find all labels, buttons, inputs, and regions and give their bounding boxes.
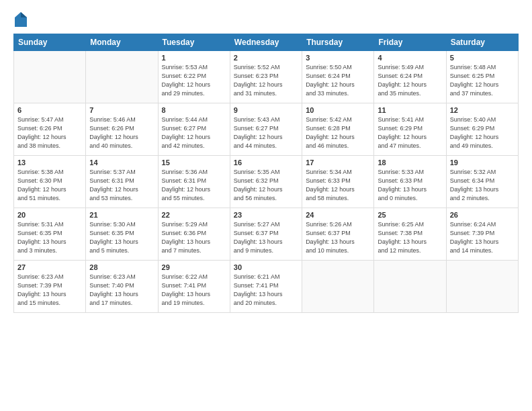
day-number: 15: [162, 158, 226, 167]
calendar-cell: 14Sunrise: 5:37 AM Sunset: 6:31 PM Dayli…: [86, 156, 158, 208]
day-number: 23: [234, 211, 298, 219]
calendar-cell: 12Sunrise: 5:40 AM Sunset: 6:29 PM Dayli…: [446, 103, 518, 156]
page: SundayMondayTuesdayWednesdayThursdayFrid…: [0, 0, 532, 411]
day-number: 25: [378, 211, 442, 219]
week-row-2: 6Sunrise: 5:47 AM Sunset: 6:26 PM Daylig…: [14, 103, 519, 156]
day-info: Sunrise: 5:48 AM Sunset: 6:25 PM Dayligh…: [450, 63, 515, 98]
day-info: Sunrise: 6:24 AM Sunset: 7:39 PM Dayligh…: [450, 220, 515, 255]
day-info: Sunrise: 5:42 AM Sunset: 6:28 PM Dayligh…: [306, 116, 370, 150]
week-row-1: 1Sunrise: 5:53 AM Sunset: 6:22 PM Daylig…: [14, 51, 519, 103]
calendar-cell: [446, 261, 518, 313]
calendar-cell: 17Sunrise: 5:34 AM Sunset: 6:33 PM Dayli…: [302, 156, 374, 208]
weekday-header-sunday: Sunday: [14, 34, 86, 51]
day-number: 4: [378, 54, 442, 62]
day-number: 12: [450, 106, 515, 114]
day-number: 17: [306, 158, 370, 167]
day-info: Sunrise: 5:36 AM Sunset: 6:31 PM Dayligh…: [162, 168, 226, 203]
day-number: 9: [234, 106, 298, 114]
calendar-cell: 21Sunrise: 5:30 AM Sunset: 6:35 PM Dayli…: [86, 208, 158, 261]
day-number: 3: [306, 54, 370, 62]
calendar-cell: 23Sunrise: 5:27 AM Sunset: 6:37 PM Dayli…: [230, 208, 302, 261]
day-info: Sunrise: 6:21 AM Sunset: 7:41 PM Dayligh…: [234, 273, 298, 308]
calendar-cell: 19Sunrise: 5:32 AM Sunset: 6:34 PM Dayli…: [446, 156, 518, 208]
calendar-cell: 2Sunrise: 5:52 AM Sunset: 6:23 PM Daylig…: [230, 51, 302, 103]
day-info: Sunrise: 5:40 AM Sunset: 6:29 PM Dayligh…: [450, 116, 515, 150]
weekday-header-tuesday: Tuesday: [158, 34, 230, 51]
day-number: 24: [306, 211, 370, 219]
day-info: Sunrise: 5:27 AM Sunset: 6:37 PM Dayligh…: [234, 220, 298, 255]
weekday-header-friday: Friday: [374, 34, 446, 51]
day-number: 14: [89, 158, 154, 167]
calendar-cell: 13Sunrise: 5:38 AM Sunset: 6:30 PM Dayli…: [14, 156, 86, 208]
day-number: 16: [234, 158, 298, 167]
day-info: Sunrise: 5:50 AM Sunset: 6:24 PM Dayligh…: [306, 63, 370, 98]
day-number: 19: [450, 158, 515, 167]
logo: [13, 12, 27, 27]
calendar-cell: [86, 51, 158, 103]
day-info: Sunrise: 5:34 AM Sunset: 6:33 PM Dayligh…: [306, 168, 370, 203]
day-info: Sunrise: 5:33 AM Sunset: 6:33 PM Dayligh…: [378, 168, 442, 203]
calendar-cell: 30Sunrise: 6:21 AM Sunset: 7:41 PM Dayli…: [230, 261, 302, 313]
calendar-cell: 9Sunrise: 5:43 AM Sunset: 6:27 PM Daylig…: [230, 103, 302, 156]
weekday-header-saturday: Saturday: [446, 34, 518, 51]
calendar-cell: 24Sunrise: 5:26 AM Sunset: 6:37 PM Dayli…: [302, 208, 374, 261]
calendar-cell: [374, 261, 446, 313]
day-number: 20: [17, 211, 82, 219]
calendar-cell: 8Sunrise: 5:44 AM Sunset: 6:27 PM Daylig…: [158, 103, 230, 156]
day-number: 30: [234, 263, 298, 271]
calendar-cell: 18Sunrise: 5:33 AM Sunset: 6:33 PM Dayli…: [374, 156, 446, 208]
day-number: 11: [378, 106, 442, 114]
day-info: Sunrise: 5:49 AM Sunset: 6:24 PM Dayligh…: [378, 63, 442, 98]
day-number: 18: [378, 158, 442, 167]
calendar-cell: 28Sunrise: 6:23 AM Sunset: 7:40 PM Dayli…: [86, 261, 158, 313]
day-info: Sunrise: 6:25 AM Sunset: 7:38 PM Dayligh…: [378, 220, 442, 255]
calendar-cell: [302, 261, 374, 313]
calendar-cell: 29Sunrise: 6:22 AM Sunset: 7:41 PM Dayli…: [158, 261, 230, 313]
day-number: 26: [450, 211, 515, 219]
calendar-cell: 15Sunrise: 5:36 AM Sunset: 6:31 PM Dayli…: [158, 156, 230, 208]
day-info: Sunrise: 5:32 AM Sunset: 6:34 PM Dayligh…: [450, 168, 515, 203]
calendar-table: SundayMondayTuesdayWednesdayThursdayFrid…: [13, 34, 519, 313]
day-number: 8: [162, 106, 226, 114]
day-info: Sunrise: 5:29 AM Sunset: 6:36 PM Dayligh…: [162, 220, 226, 255]
day-number: 28: [89, 263, 154, 271]
day-number: 10: [306, 106, 370, 114]
day-info: Sunrise: 5:31 AM Sunset: 6:35 PM Dayligh…: [17, 220, 82, 255]
day-info: Sunrise: 5:41 AM Sunset: 6:29 PM Dayligh…: [378, 116, 442, 150]
calendar-cell: 25Sunrise: 6:25 AM Sunset: 7:38 PM Dayli…: [374, 208, 446, 261]
day-info: Sunrise: 6:22 AM Sunset: 7:41 PM Dayligh…: [162, 273, 226, 308]
day-number: 7: [89, 106, 154, 114]
week-row-3: 13Sunrise: 5:38 AM Sunset: 6:30 PM Dayli…: [14, 156, 519, 208]
day-info: Sunrise: 5:26 AM Sunset: 6:37 PM Dayligh…: [306, 220, 370, 255]
svg-marker-1: [21, 12, 27, 17]
day-number: 1: [162, 54, 226, 62]
week-row-5: 27Sunrise: 6:23 AM Sunset: 7:39 PM Dayli…: [14, 261, 519, 313]
day-info: Sunrise: 6:23 AM Sunset: 7:40 PM Dayligh…: [89, 273, 154, 308]
calendar-cell: 3Sunrise: 5:50 AM Sunset: 6:24 PM Daylig…: [302, 51, 374, 103]
calendar-cell: 27Sunrise: 6:23 AM Sunset: 7:39 PM Dayli…: [14, 261, 86, 313]
calendar-cell: 11Sunrise: 5:41 AM Sunset: 6:29 PM Dayli…: [374, 103, 446, 156]
day-info: Sunrise: 5:35 AM Sunset: 6:32 PM Dayligh…: [234, 168, 298, 203]
calendar-cell: 1Sunrise: 5:53 AM Sunset: 6:22 PM Daylig…: [158, 51, 230, 103]
day-number: 22: [162, 211, 226, 219]
day-info: Sunrise: 6:23 AM Sunset: 7:39 PM Dayligh…: [17, 273, 82, 308]
weekday-header-thursday: Thursday: [302, 34, 374, 51]
day-number: 5: [450, 54, 515, 62]
day-info: Sunrise: 5:30 AM Sunset: 6:35 PM Dayligh…: [89, 220, 154, 255]
weekday-header-wednesday: Wednesday: [230, 34, 302, 51]
calendar-cell: 20Sunrise: 5:31 AM Sunset: 6:35 PM Dayli…: [14, 208, 86, 261]
calendar-cell: 10Sunrise: 5:42 AM Sunset: 6:28 PM Dayli…: [302, 103, 374, 156]
day-info: Sunrise: 5:46 AM Sunset: 6:26 PM Dayligh…: [89, 116, 154, 150]
day-number: 27: [17, 263, 82, 271]
calendar-cell: 7Sunrise: 5:46 AM Sunset: 6:26 PM Daylig…: [86, 103, 158, 156]
day-number: 21: [89, 211, 154, 219]
calendar-cell: 22Sunrise: 5:29 AM Sunset: 6:36 PM Dayli…: [158, 208, 230, 261]
day-info: Sunrise: 5:44 AM Sunset: 6:27 PM Dayligh…: [162, 116, 226, 150]
calendar-cell: 5Sunrise: 5:48 AM Sunset: 6:25 PM Daylig…: [446, 51, 518, 103]
day-info: Sunrise: 5:37 AM Sunset: 6:31 PM Dayligh…: [89, 168, 154, 203]
day-number: 6: [17, 106, 82, 114]
calendar-cell: 26Sunrise: 6:24 AM Sunset: 7:39 PM Dayli…: [446, 208, 518, 261]
day-info: Sunrise: 5:43 AM Sunset: 6:27 PM Dayligh…: [234, 116, 298, 150]
day-info: Sunrise: 5:53 AM Sunset: 6:22 PM Dayligh…: [162, 63, 226, 98]
day-number: 13: [17, 158, 82, 167]
